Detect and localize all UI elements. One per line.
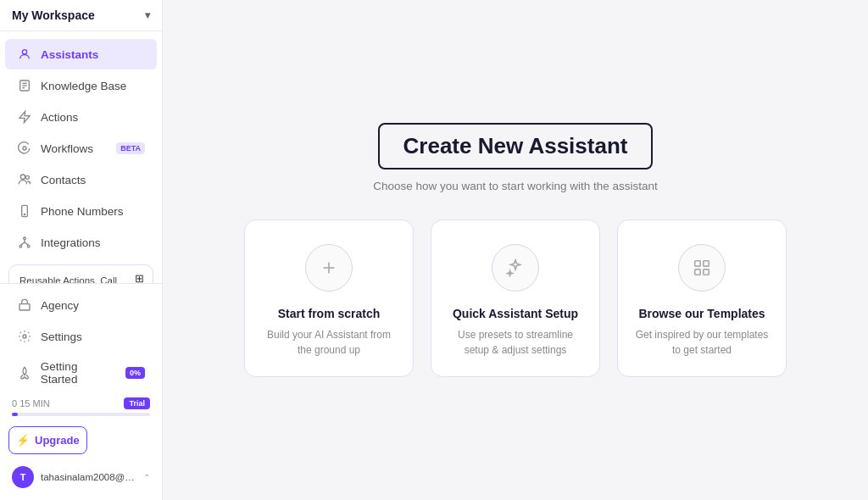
sidebar-item-label: Contacts xyxy=(41,174,86,186)
page-title: Create New Assistant xyxy=(378,123,654,169)
progress-pct-badge: 0% xyxy=(125,367,145,379)
progress-bar-fill xyxy=(12,413,18,416)
svg-line-15 xyxy=(20,242,25,245)
sidebar-item-label: Integrations xyxy=(41,236,101,249)
templates-icon-circle xyxy=(678,244,726,292)
sidebar-item-label: Knowledge Base xyxy=(41,80,126,92)
option-card-quick[interactable]: Quick Assistant Setup Use presets to str… xyxy=(431,219,600,377)
sidebar-item-workflows[interactable]: Workflows BETA xyxy=(5,133,157,164)
quick-icon-circle xyxy=(492,244,539,292)
plus-icon xyxy=(320,258,338,277)
upgrade-button[interactable]: ⚡ Upgrade xyxy=(8,426,87,454)
option-card-templates[interactable]: Browse our Templates Get inspired by our… xyxy=(617,219,787,377)
expand-icon: ⌃ xyxy=(143,473,150,482)
progress-row: 0 15 MIN Trial xyxy=(0,394,162,413)
actions-icon xyxy=(17,109,32,125)
assistants-icon xyxy=(17,47,32,62)
sidebar-item-label: Phone Numbers xyxy=(41,205,124,218)
trial-badge: Trial xyxy=(124,397,150,409)
svg-rect-24 xyxy=(704,269,709,275)
sidebar-item-getting-started[interactable]: Getting Started 0% xyxy=(5,353,157,393)
progress-bar-track xyxy=(12,413,150,416)
notification-card: ⊞ Reusable Actions, Call Transfer Music,… xyxy=(8,264,153,283)
main-content: Create New Assistant Choose how you want… xyxy=(163,0,868,500)
page-subheading: Choose how you want to start working wit… xyxy=(373,180,657,192)
svg-point-13 xyxy=(27,245,30,247)
card-desc-scratch: Build your AI Assistant from the ground … xyxy=(262,327,396,358)
svg-rect-22 xyxy=(704,261,709,266)
user-row[interactable]: T tahasinalam2008@gmail. ⌃ xyxy=(0,459,162,495)
svg-point-0 xyxy=(22,50,26,54)
svg-rect-23 xyxy=(695,269,700,275)
progress-label: 0 15 MIN xyxy=(12,398,50,408)
svg-point-7 xyxy=(20,175,25,179)
svg-line-16 xyxy=(25,242,29,245)
svg-marker-5 xyxy=(19,111,30,122)
svg-point-10 xyxy=(24,214,25,214)
user-email: tahasinalam2008@gmail. xyxy=(41,472,136,482)
sidebar-bottom: Agency Settings Getting Started 0% 0 15 … xyxy=(0,283,162,500)
upgrade-label: Upgrade xyxy=(35,434,80,447)
sidebar-item-label: Agency xyxy=(41,299,79,312)
card-desc-quick: Use presets to streamline setup & adjust… xyxy=(448,327,582,358)
sidebar-item-settings[interactable]: Settings xyxy=(5,321,157,352)
svg-point-11 xyxy=(24,237,26,240)
contacts-icon xyxy=(17,172,32,187)
sidebar-item-contacts[interactable]: Contacts xyxy=(5,164,157,195)
sidebar-item-actions[interactable]: Actions xyxy=(5,102,157,132)
phone-icon xyxy=(17,203,32,219)
sidebar-item-agency[interactable]: Agency xyxy=(5,290,157,320)
nav-list: Assistants Knowledge Base Actions Workfl… xyxy=(0,31,162,283)
sidebar-item-phone-numbers[interactable]: Phone Numbers xyxy=(5,196,157,226)
sidebar-item-label: Settings xyxy=(41,331,82,343)
integrations-icon xyxy=(17,235,32,250)
sidebar-item-label: Actions xyxy=(41,111,78,124)
option-cards-row: Start from scratch Build your AI Assista… xyxy=(244,219,787,377)
sidebar-item-label: Getting Started xyxy=(41,360,117,386)
card-title-quick: Quick Assistant Setup xyxy=(453,307,578,320)
settings-icon xyxy=(17,329,32,344)
scratch-icon-circle xyxy=(305,244,353,292)
option-card-scratch[interactable]: Start from scratch Build your AI Assista… xyxy=(244,219,414,377)
notification-text: Reusable Actions, Call Transfer Music, 1… xyxy=(19,274,142,283)
beta-badge: BETA xyxy=(116,142,145,154)
sidebar: My Workspace ▾ Assistants Knowledge Base… xyxy=(0,0,163,500)
svg-point-6 xyxy=(23,147,26,150)
agency-icon xyxy=(17,297,32,313)
workflows-icon xyxy=(17,141,32,156)
svg-rect-17 xyxy=(19,304,30,310)
chevron-down-icon: ▾ xyxy=(145,9,150,21)
sparkles-icon xyxy=(506,258,525,277)
rocket-icon xyxy=(17,365,32,381)
workspace-selector[interactable]: My Workspace ▾ xyxy=(0,0,162,31)
card-desc-templates: Get inspired by our templates to get sta… xyxy=(635,327,769,358)
sidebar-item-label: Assistants xyxy=(41,48,98,61)
card-title-templates: Browse our Templates xyxy=(638,307,765,320)
svg-rect-21 xyxy=(695,261,700,266)
card-title-scratch: Start from scratch xyxy=(278,307,381,320)
notif-grid-icon: ⊞ xyxy=(135,272,144,283)
svg-point-8 xyxy=(25,175,29,179)
avatar: T xyxy=(12,466,34,488)
sidebar-item-integrations[interactable]: Integrations xyxy=(5,227,157,258)
progress-bar-wrapper xyxy=(0,413,162,421)
svg-point-12 xyxy=(19,245,22,247)
svg-point-18 xyxy=(23,335,26,338)
sidebar-item-assistants[interactable]: Assistants xyxy=(5,39,157,69)
grid-icon xyxy=(693,258,711,277)
workspace-label: My Workspace xyxy=(12,8,95,22)
sidebar-item-label: Workflows xyxy=(41,142,93,155)
upgrade-icon: ⚡ xyxy=(16,434,30,447)
knowledge-base-icon xyxy=(17,78,32,93)
sidebar-item-knowledge-base[interactable]: Knowledge Base xyxy=(5,70,157,101)
